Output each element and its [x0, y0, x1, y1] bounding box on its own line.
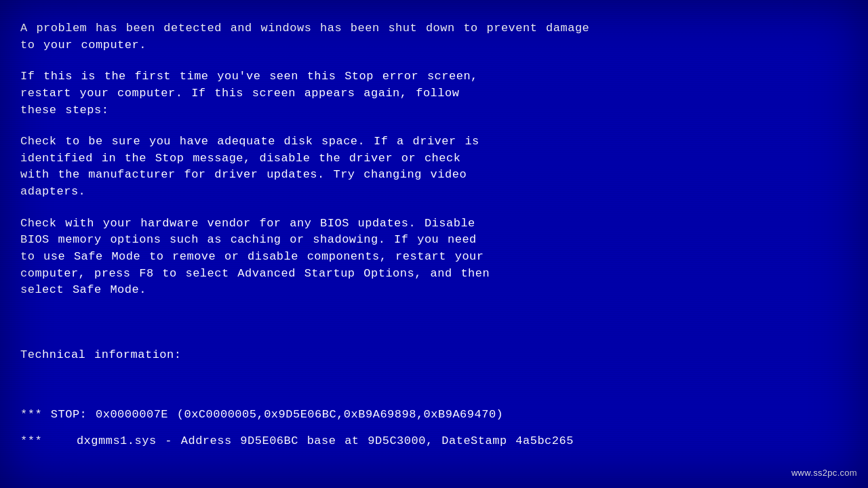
watermark: www.ss2pc.com: [791, 467, 857, 480]
disk-space-instructions: Check to be sure you have adequate disk …: [20, 134, 848, 201]
technical-info-header: Technical information:: [20, 347, 848, 364]
bsod-screen: A problem has been detected and windows …: [0, 0, 868, 488]
first-time-instructions: If this is the first time you've seen th…: [20, 68, 848, 119]
technical-info-section: Technical information:: [20, 314, 848, 397]
error-header-text: A problem has been detected and windows …: [20, 20, 848, 54]
bios-instructions: Check with your hardware vendor for any …: [20, 216, 848, 299]
stop-code-line: *** STOP: 0x0000007E (0xC0000005,0x9D5E0…: [20, 407, 848, 424]
driver-info-line: *** dxgmms1.sys - Address 9D5E06BC base …: [20, 433, 848, 450]
